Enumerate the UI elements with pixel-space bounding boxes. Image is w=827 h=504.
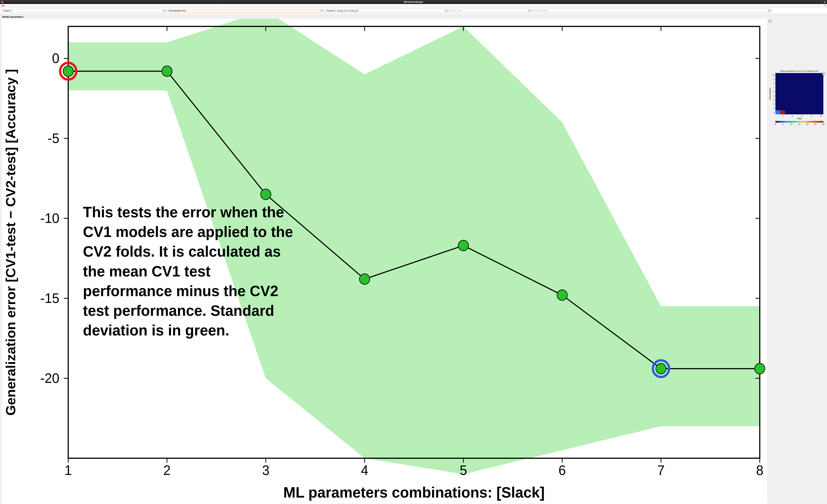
analysis-select[interactable]: Analysis 1 <box>2 9 166 12</box>
svg-text:5: 5 <box>459 462 467 478</box>
svg-text:10: 10 <box>820 115 822 117</box>
svg-text:0: 0 <box>52 51 59 66</box>
svg-text:6: 6 <box>558 462 566 478</box>
svg-text:6: 6 <box>801 115 802 117</box>
colorbar <box>775 121 823 123</box>
svg-text:10: 10 <box>772 74 774 76</box>
menubar-overflow-icon[interactable]: ▾ <box>825 5 826 7</box>
svg-text:1: 1 <box>64 462 72 478</box>
svg-text:20: 20 <box>806 123 808 125</box>
analysis-select-value: Analysis 1 <box>3 10 12 12</box>
heatmap-ylabel: Permutations <box>769 88 771 100</box>
side-column: Mean generalization error at CV2 partiti… <box>769 19 825 504</box>
toolbar: Analysis 1 Generalization error Classifi… <box>0 8 827 14</box>
svg-text:2: 2 <box>773 107 774 109</box>
menubar: File ▾ <box>0 4 827 8</box>
svg-text:5: 5 <box>783 123 784 125</box>
app-icon <box>1 1 3 3</box>
export-main-button[interactable]: E <box>769 20 771 23</box>
svg-text:-5: -5 <box>48 130 59 146</box>
metric-select[interactable]: Generalization error <box>167 9 324 12</box>
xlabel: ML parameters combinations: [Slack] <box>283 484 545 501</box>
modality-select[interactable]: Select Modality <box>533 9 771 12</box>
data-point <box>261 189 271 200</box>
data-point <box>458 240 469 251</box>
svg-text:3: 3 <box>773 103 774 105</box>
svg-text:2: 2 <box>782 115 783 117</box>
section-title: Model parameters <box>0 14 827 18</box>
heatmap-body <box>775 73 823 114</box>
titlebar: NM Results Manager — ✕ <box>0 0 827 4</box>
svg-text:9: 9 <box>773 78 774 80</box>
window-title: NM Results Manager <box>404 1 423 3</box>
heatmap-title: Mean generalization error at CV2 partiti… <box>780 70 818 72</box>
data-point <box>557 290 567 300</box>
menu-file[interactable]: File <box>1 5 4 7</box>
content: 123456780-5-10-15-20ML parameters combin… <box>0 18 827 504</box>
svg-text:4: 4 <box>773 99 774 101</box>
svg-text:5: 5 <box>773 95 774 97</box>
classifier-select[interactable]: Classifier 1: Group_{1} vs Group_{2} <box>325 9 448 12</box>
svg-text:0: 0 <box>775 123 776 125</box>
classifier-select-value: Classifier 1: Group_{1} vs Group_{2} <box>326 10 358 12</box>
close-icon[interactable]: ✕ <box>824 1 826 3</box>
main-plot: 123456780-5-10-15-20ML parameters combin… <box>2 19 767 504</box>
svg-text:8: 8 <box>773 82 774 85</box>
svg-text:25: 25 <box>815 123 816 125</box>
heatmap-xlabel: Folds <box>797 117 802 120</box>
svg-text:10: 10 <box>790 123 792 125</box>
svg-text:4: 4 <box>792 115 792 117</box>
svg-text:30: 30 <box>822 123 824 125</box>
modality-select-value: Select Modality <box>534 10 547 12</box>
svg-text:7: 7 <box>657 462 665 478</box>
ylabel: Generalization error [CV1-test − CV2-tes… <box>3 69 18 415</box>
svg-text:3: 3 <box>262 462 270 478</box>
metric-select-value: Generalization error <box>169 10 186 12</box>
svg-text:-20: -20 <box>40 370 59 386</box>
data-point <box>359 274 370 284</box>
label-select[interactable]: Select Label <box>449 9 532 12</box>
svg-text:8: 8 <box>756 462 764 478</box>
main-chart-svg: 123456780-5-10-15-20ML parameters combin… <box>2 19 767 504</box>
export-heatmap-button[interactable]: E <box>822 72 825 75</box>
heatmap-svg: Mean generalization error at CV2 partiti… <box>769 70 825 126</box>
data-point <box>63 66 73 76</box>
svg-text:8: 8 <box>811 115 812 117</box>
svg-text:15: 15 <box>798 123 800 125</box>
svg-text:-15: -15 <box>40 290 59 306</box>
svg-text:7: 7 <box>773 87 774 89</box>
data-point <box>162 66 172 76</box>
annotation-text: This tests the error when the CV1 models… <box>83 202 296 399</box>
heatmap-cell <box>780 110 785 114</box>
data-point <box>755 363 765 374</box>
svg-text:6: 6 <box>773 91 774 93</box>
data-point <box>656 363 666 374</box>
svg-text:1: 1 <box>773 111 774 113</box>
svg-text:-10: -10 <box>40 211 59 226</box>
heatmap-cell <box>775 110 780 114</box>
svg-text:4: 4 <box>361 462 368 478</box>
label-select-value: Select Label <box>450 10 461 12</box>
minimize-icon[interactable]: — <box>820 1 823 3</box>
svg-text:2: 2 <box>163 462 171 478</box>
